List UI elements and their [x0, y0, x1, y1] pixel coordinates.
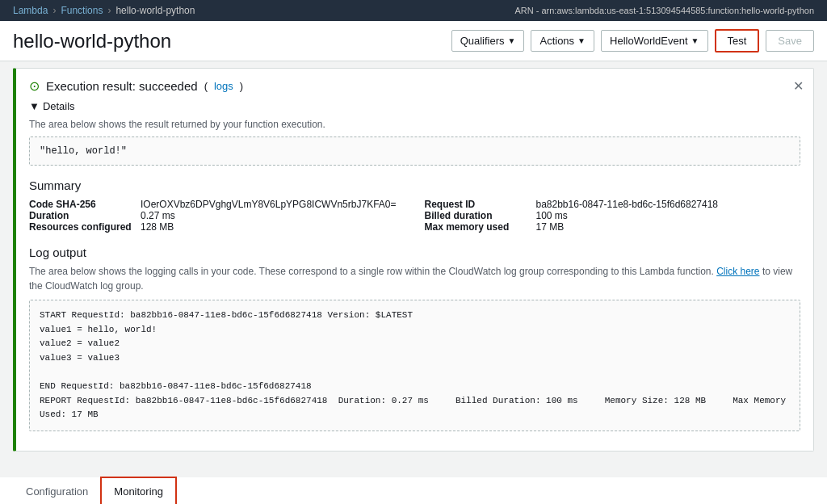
header-bar: hello-world-python Qualifiers ▼ Actions …	[0, 21, 827, 61]
log-line-5	[40, 365, 790, 380]
click-here-link[interactable]: Click here	[716, 266, 759, 277]
breadcrumb-functions[interactable]: Functions	[61, 5, 103, 16]
actions-caret-icon: ▼	[577, 36, 586, 45]
log-title: Log output	[29, 246, 800, 259]
arn-value: arn:aws:lambda:us-east-1:513094544585:fu…	[541, 6, 814, 15]
summary-resources-row: Resources configured 128 MB	[29, 221, 405, 233]
result-paren-close: )	[240, 80, 243, 92]
actions-label: Actions	[539, 35, 574, 47]
log-box: START RequestId: ba82bb16-0847-11e8-bd6c…	[29, 300, 800, 431]
resources-value: 128 MB	[141, 221, 174, 233]
summary-grid: Code SHA-256 IOerOXVbz6DPVghgVLmY8V6LpYP…	[29, 199, 800, 233]
summary-section: Summary Code SHA-256 IOerOXVbz6DPVghgVLm…	[29, 178, 800, 233]
code-sha-label: Code SHA-256	[29, 199, 134, 210]
main-content: ✕ ⊙ Execution result: succeeded ( logs )…	[0, 61, 827, 471]
summary-request-id-row: Request ID ba82bb16-0847-11e8-bd6c-15f6d…	[425, 199, 801, 210]
page-title: hello-world-python	[13, 30, 451, 52]
test-button[interactable]: Test	[715, 29, 760, 52]
toggle-arrow-icon: ▼	[29, 100, 40, 112]
qualifiers-caret-icon: ▼	[508, 36, 516, 45]
request-id-label: Request ID	[425, 199, 530, 210]
summary-code-sha-row: Code SHA-256 IOerOXVbz6DPVghgVLmY8V6LpYP…	[29, 199, 405, 210]
code-sha-value: IOerOXVbz6DPVghgVLmY8V6LpYPG8ICWVn5rbJ7K…	[141, 199, 397, 210]
close-button[interactable]: ✕	[793, 78, 804, 94]
details-label: Details	[43, 100, 75, 112]
event-caret-icon: ▼	[691, 36, 699, 45]
execution-result-panel: ✕ ⊙ Execution result: succeeded ( logs )…	[13, 68, 814, 452]
qualifiers-label: Qualifiers	[460, 35, 505, 47]
resources-label: Resources configured	[29, 221, 134, 233]
summary-duration-row: Duration 0.27 ms	[29, 210, 405, 221]
log-line-1: START RequestId: ba82bb16-0847-11e8-bd6c…	[40, 309, 790, 323]
result-header: ⊙ Execution result: succeeded ( logs )	[29, 78, 800, 94]
billed-duration-value: 100 ms	[536, 210, 568, 221]
logs-link[interactable]: logs	[214, 80, 233, 92]
billed-duration-label: Billed duration	[425, 210, 530, 221]
log-description: The area below shows the logging calls i…	[29, 264, 800, 293]
qualifiers-button[interactable]: Qualifiers ▼	[451, 30, 525, 52]
success-icon: ⊙	[29, 78, 40, 94]
breadcrumb-sep-2: ›	[107, 5, 111, 16]
log-section: Log output The area below shows the logg…	[29, 246, 800, 431]
breadcrumb-current: hello-world-python	[115, 5, 195, 16]
summary-left-col: Code SHA-256 IOerOXVbz6DPVghgVLmY8V6LpYP…	[29, 199, 405, 233]
arn-label: ARN	[514, 6, 533, 15]
event-select-value: HelloWorldEvent	[610, 35, 688, 47]
breadcrumb-bar: Lambda › Functions › hello-world-python …	[0, 0, 827, 21]
summary-title: Summary	[29, 178, 800, 192]
result-description: The area below shows the result returned…	[29, 119, 800, 130]
request-id-value: ba82bb16-0847-11e8-bd6c-15f6d6827418	[536, 199, 719, 210]
summary-billed-duration-row: Billed duration 100 ms	[425, 210, 801, 221]
result-title: Execution result: succeeded	[46, 79, 198, 93]
log-line-3: value2 = value2	[40, 337, 790, 351]
result-box: "hello, world!"	[29, 136, 800, 166]
max-memory-value: 17 MB	[536, 221, 565, 233]
max-memory-label: Max memory used	[425, 221, 530, 233]
save-button[interactable]: Save	[766, 30, 814, 52]
summary-max-memory-row: Max memory used 17 MB	[425, 221, 801, 233]
event-select[interactable]: HelloWorldEvent ▼	[601, 30, 708, 52]
details-toggle[interactable]: ▼ Details	[29, 100, 800, 112]
log-line-7: REPORT RequestId: ba82bb16-0847-11e8-bd6…	[40, 394, 790, 422]
tab-monitoring[interactable]: Monitoring	[101, 477, 176, 504]
result-paren-open: (	[204, 80, 208, 92]
header-actions: Qualifiers ▼ Actions ▼ HelloWorldEvent ▼…	[451, 29, 814, 52]
tab-configuration[interactable]: Configuration	[13, 477, 101, 504]
duration-value: 0.27 ms	[141, 210, 175, 221]
actions-button[interactable]: Actions ▼	[531, 30, 594, 52]
log-line-6: END RequestId: ba82bb16-0847-11e8-bd6c-1…	[40, 380, 790, 394]
duration-label: Duration	[29, 210, 134, 221]
arn-display: ARN - arn:aws:lambda:us-east-1:513094544…	[514, 6, 814, 15]
summary-right-col: Request ID ba82bb16-0847-11e8-bd6c-15f6d…	[425, 199, 801, 233]
log-line-4: value3 = value3	[40, 351, 790, 366]
breadcrumb-lambda[interactable]: Lambda	[13, 5, 48, 16]
breadcrumb-sep-1: ›	[52, 5, 56, 16]
log-desc-text: The area below shows the logging calls i…	[29, 266, 714, 277]
tabs-bar: Configuration Monitoring	[0, 477, 827, 504]
log-line-2: value1 = hello, world!	[40, 323, 790, 338]
